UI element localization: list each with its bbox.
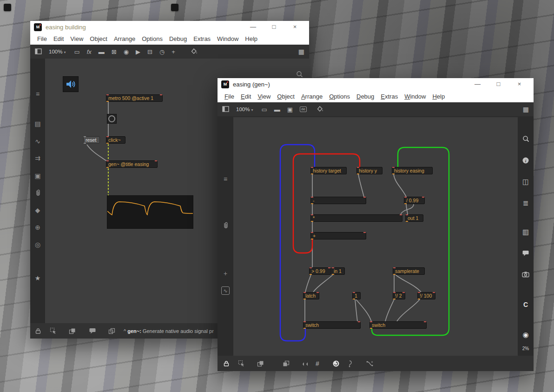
defaults-icon[interactable]: de xyxy=(300,106,307,112)
menu-file[interactable]: File xyxy=(34,35,50,42)
paint-bucket-icon[interactable] xyxy=(317,106,323,113)
menu-debug[interactable]: Debug xyxy=(353,93,377,100)
grid-icon[interactable]: # xyxy=(316,360,319,367)
copy-icon[interactable] xyxy=(108,328,115,334)
object-box-history-target[interactable]: history target xyxy=(310,167,347,174)
comment-bubble-icon[interactable] xyxy=(518,250,534,258)
object-box-in1[interactable]: in 1 xyxy=(331,267,345,275)
sidebar-toggle-icon[interactable] xyxy=(222,106,229,113)
object-box-click[interactable]: click~ xyxy=(106,136,125,144)
close-button[interactable]: × xyxy=(284,21,305,33)
zoom-control[interactable]: 100%▾ xyxy=(236,106,253,112)
object-box-rdiv100[interactable]: !/ 100 xyxy=(417,292,435,299)
audio-meters-icon[interactable] xyxy=(301,360,308,367)
hamburger-icon[interactable]: ≡ xyxy=(30,90,45,98)
gen-canvas[interactable]: history target history y history easing … xyxy=(233,117,518,356)
clue-icon[interactable]: C xyxy=(518,301,534,308)
object-box-switch-2[interactable]: switch xyxy=(369,321,427,329)
titlebar[interactable]: M easing building — □ × xyxy=(30,21,309,33)
selection-tool-icon[interactable] xyxy=(50,327,57,334)
ring-icon[interactable]: ◎ xyxy=(30,241,45,248)
menu-help[interactable]: Help xyxy=(242,35,261,42)
minimize-button[interactable]: — xyxy=(243,21,264,33)
hub-icon[interactable]: ⊕ xyxy=(30,224,45,231)
list-icon[interactable]: ≣ xyxy=(518,199,534,207)
info-icon[interactable]: i xyxy=(518,157,534,166)
object-box-multiply[interactable]: * xyxy=(310,214,402,222)
object-box-switch-1[interactable]: switch xyxy=(303,321,361,329)
object-box-one[interactable]: 1 xyxy=(352,292,361,299)
menu-edit[interactable]: Edit xyxy=(237,93,254,100)
audio-on-button[interactable] xyxy=(63,76,79,92)
object-box-metro[interactable]: metro 500 @active 1 xyxy=(106,94,163,102)
send-icon[interactable]: ◆ xyxy=(30,206,45,214)
object-box-out1[interactable]: out 1 xyxy=(405,214,423,222)
message-box-reset[interactable]: reset xyxy=(83,136,100,144)
object-box-subtract[interactable]: - xyxy=(310,197,366,204)
desktop-icon[interactable] xyxy=(171,4,178,11)
menu-options[interactable]: Options xyxy=(326,93,353,100)
menu-window[interactable]: Window xyxy=(214,35,242,42)
menu-extras[interactable]: Extras xyxy=(377,93,401,100)
maximize-button[interactable]: □ xyxy=(264,21,284,33)
routing-icon[interactable]: ⇉ xyxy=(30,154,45,162)
favorites-star-icon[interactable]: ★ xyxy=(30,274,45,282)
message-icon[interactable]: ⊟ xyxy=(147,49,152,55)
selection-tool-icon[interactable] xyxy=(238,360,245,367)
camera-icon[interactable] xyxy=(518,271,534,279)
object-box-history-y[interactable]: history y xyxy=(356,167,383,174)
attachment-icon[interactable] xyxy=(30,189,45,198)
menu-edit[interactable]: Edit xyxy=(50,35,67,42)
menu-object[interactable]: Object xyxy=(274,93,298,100)
object-box-divide[interactable]: / 0.99 xyxy=(404,197,425,204)
minimize-button[interactable]: — xyxy=(467,78,488,90)
object-box-greater[interactable]: > 0.99 xyxy=(309,267,331,275)
add-object-icon[interactable]: + xyxy=(171,49,175,55)
shortcuts-grid-icon[interactable]: ▦ xyxy=(523,106,529,113)
target-icon[interactable]: ◉ xyxy=(518,331,534,339)
loop-icon[interactable] xyxy=(332,360,340,367)
object-box-history-easing[interactable]: history easing xyxy=(392,167,433,174)
canvas-search-icon[interactable] xyxy=(296,71,303,78)
menu-object[interactable]: Object xyxy=(86,35,111,42)
fx-icon[interactable]: fx xyxy=(87,49,92,55)
menu-file[interactable]: File xyxy=(221,93,237,100)
probe-icon[interactable] xyxy=(346,360,353,367)
paint-bucket-icon[interactable] xyxy=(191,48,198,55)
search-icon[interactable] xyxy=(518,135,534,144)
menu-arrange[interactable]: Arrange xyxy=(111,35,138,42)
keyboard-icon[interactable]: ▤ xyxy=(30,120,45,127)
menu-arrange[interactable]: Arrange xyxy=(298,93,326,100)
lock-icon[interactable] xyxy=(35,328,41,334)
layers-icon[interactable] xyxy=(69,328,76,334)
object-box-latch[interactable]: latch xyxy=(303,292,319,299)
desktop-icon[interactable] xyxy=(4,4,11,11)
zoom-control[interactable]: 100%▾ xyxy=(49,49,66,54)
attachment-icon[interactable] xyxy=(218,222,233,230)
layers-icon[interactable] xyxy=(257,360,264,367)
comment-icon[interactable]: ▬ xyxy=(274,106,280,113)
object-box-rdiv2[interactable]: !/ 2 xyxy=(393,292,405,299)
stack-icon[interactable] xyxy=(283,360,290,367)
comment-icon[interactable]: ▬ xyxy=(99,49,105,55)
image-icon[interactable]: ▣ xyxy=(30,172,45,179)
maximize-button[interactable]: □ xyxy=(488,78,509,90)
object-box-gen[interactable]: gen~ @title easing xyxy=(106,160,158,168)
hamburger-icon[interactable]: ≡ xyxy=(218,175,233,183)
object-box-add[interactable]: + xyxy=(310,232,366,239)
new-object-icon[interactable]: ▭ xyxy=(261,106,267,113)
button-object[interactable] xyxy=(107,114,117,124)
split-view-icon[interactable]: ◫ xyxy=(518,178,534,186)
toggle-icon[interactable]: ⊠ xyxy=(112,49,117,55)
close-button[interactable]: × xyxy=(509,78,530,90)
new-object-icon[interactable]: ▭ xyxy=(74,49,79,55)
snippet-icon[interactable]: ∿ xyxy=(218,286,233,295)
menu-help[interactable]: Help xyxy=(429,93,448,100)
object-box-samplerate[interactable]: samplerate xyxy=(393,267,425,275)
lock-icon[interactable] xyxy=(223,360,230,367)
metro-icon[interactable]: ◷ xyxy=(159,49,165,55)
menu-debug[interactable]: Debug xyxy=(166,35,190,42)
titlebar[interactable]: M easing (gen~) — □ × xyxy=(218,78,534,90)
patch-cords-icon[interactable] xyxy=(366,360,374,367)
menu-view[interactable]: View xyxy=(67,35,86,42)
